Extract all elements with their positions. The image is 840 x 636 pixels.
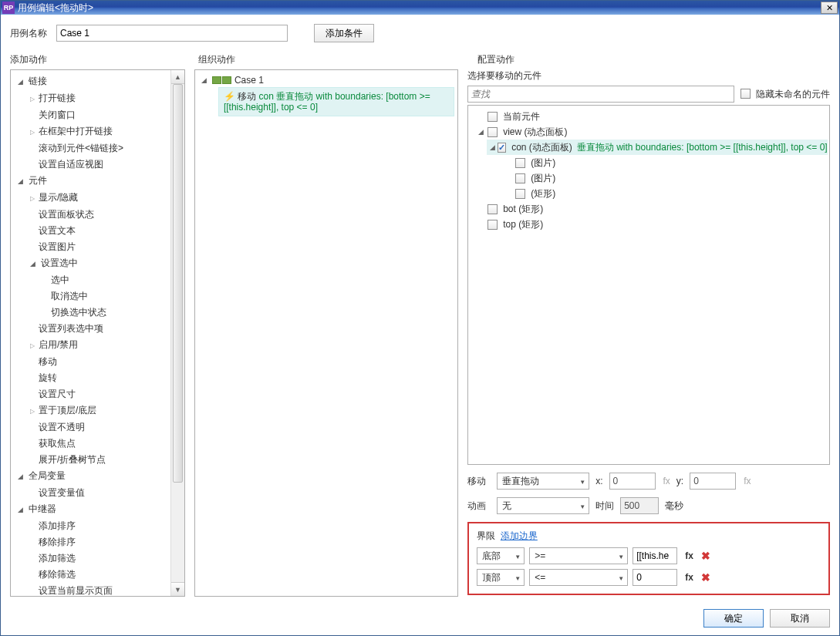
case-label: Case 1 [234,75,264,86]
ok-button[interactable]: 确定 [703,609,764,628]
tree-group-links[interactable]: ◢ 链接 ▷打开链接 关闭窗口 ▷在框架中打开链接 滚动到元件<锚链接> 设置自… [15,73,169,173]
tree-item[interactable]: 移动 [28,354,169,370]
bound-value-input[interactable] [633,547,677,564]
tree-item[interactable]: ▷置于顶层/底层 [28,402,169,419]
search-input[interactable] [467,86,734,103]
chevron-down-icon: ▼ [618,551,624,564]
elem-top[interactable]: top (矩形) [473,217,828,232]
tree-group-widgets[interactable]: ◢ 元件 ▷显示/隐藏 设置面板状态 设置文本 设置图片 ◢ 设置选中 [15,173,169,468]
tree-item[interactable]: 移除排序 [28,534,169,550]
elem-con[interactable]: ◢ con (动态面板) 垂直拖动 with boundaries: [bott… [487,140,828,155]
checkbox-icon[interactable] [498,143,506,153]
tree-item[interactable]: 设置变量值 [28,485,169,501]
add-bounds-link[interactable]: 添加边界 [501,530,538,541]
tree-item[interactable]: 设置图片 [28,239,169,255]
elem-current[interactable]: 当前元件 [473,109,828,124]
tree-group-setselected[interactable]: ◢ 设置选中 选中 取消选中 切换选中状态 [28,255,169,321]
scroll-up-icon[interactable]: ▲ [171,70,184,84]
collapse-icon[interactable]: ◢ [15,469,25,485]
bounds-label: 界限 [477,530,495,541]
checkbox-icon[interactable] [740,89,751,99]
tree-item[interactable]: 关闭窗口 [28,107,169,123]
tree-item[interactable]: 展开/折叠树节点 [28,452,169,468]
chevron-down-icon: ▼ [514,551,521,564]
tree-item[interactable]: ▷在框架中打开链接 [28,123,169,140]
anim-type-select[interactable]: 无▼ [497,497,589,514]
bound-op-select[interactable]: >=▼ [529,547,628,564]
checkbox-icon[interactable] [487,112,498,122]
action-node[interactable]: ⚡ 移动 con 垂直拖动 with boundaries: [bottom >… [218,87,454,116]
bolt-icon: ⚡ [224,91,235,102]
tree-group-globals[interactable]: ◢ 全局变量 设置变量值 [15,468,169,501]
bound-row-1: 底部▼ >=▼ fx ✖ [477,547,821,564]
collapse-icon[interactable]: ◢ [15,502,25,518]
tree-item[interactable]: ▷显示/隐藏 [28,190,169,207]
bound-value-input[interactable] [633,569,677,586]
elem-bot[interactable]: bot (矩形) [473,201,828,217]
tree-item[interactable]: 添加筛选 [28,550,169,567]
tree-item[interactable]: 设置尺寸 [28,386,169,402]
tree-item[interactable]: ▷启用/禁用 [28,337,169,354]
bound-op-select[interactable]: <=▼ [529,569,628,586]
columns: ◢ 链接 ▷打开链接 关闭窗口 ▷在框架中打开链接 滚动到元件<锚链接> 设置自… [10,69,830,597]
collapse-icon[interactable]: ◢ [490,140,495,155]
checkbox-icon[interactable] [487,220,498,230]
elem-img2[interactable]: (图片) [501,170,828,186]
tree-item[interactable]: 设置列表选中项 [28,321,169,337]
checkbox-icon[interactable] [487,127,498,137]
tree-item[interactable]: 取消选中 [40,288,169,305]
hide-unnamed-option[interactable]: 隐藏未命名的元件 [740,88,830,101]
move-type-select[interactable]: 垂直拖动▼ [497,473,589,490]
delete-bound-button[interactable]: ✖ [701,550,710,562]
tree-item[interactable]: 设置文本 [28,223,169,239]
collapse-icon[interactable]: ◢ [28,256,37,272]
tree-group-repeater[interactable]: ◢ 中继器 添加排序 移除排序 添加筛选 移除筛选 设置当前显示页面 设置每页项… [15,501,169,596]
collapse-icon[interactable]: ◢ [15,74,25,90]
bound-row-2: 顶部▼ <=▼ fx ✖ [477,569,821,586]
elem-img1[interactable]: (图片) [501,155,828,170]
y-input[interactable] [690,473,736,490]
checkbox-icon[interactable] [487,204,498,214]
y-label: y: [676,476,683,486]
delete-bound-button[interactable]: ✖ [701,571,710,584]
tree-item[interactable]: 获取焦点 [28,436,169,452]
bound-side-select[interactable]: 顶部▼ [477,569,525,586]
tree-item[interactable]: 滚动到元件<锚链接> [28,140,169,156]
scroll-thumb[interactable] [173,84,183,483]
tree-item[interactable]: ▷打开链接 [28,90,169,107]
col-header-configure: 配置动作 [477,53,830,66]
add-condition-button[interactable]: 添加条件 [314,24,374,42]
elem-rect1[interactable]: (矩形) [501,186,828,201]
cancel-button[interactable]: 取消 [770,609,830,628]
close-button[interactable]: ✕ [821,2,838,14]
time-input[interactable] [620,497,659,514]
x-input[interactable] [609,473,656,490]
collapse-icon[interactable]: ◢ [15,173,25,190]
collapse-icon[interactable]: ◢ [200,76,209,84]
checkbox-icon[interactable] [515,189,525,199]
action-prefix: 移动 [238,91,256,102]
tree-item[interactable]: 添加排序 [28,518,169,534]
chevron-down-icon: ▼ [514,573,521,585]
tree-item[interactable]: 选中 [40,272,169,288]
tree-item[interactable]: 设置面板状态 [28,207,169,223]
tree-item[interactable]: 切换选中状态 [40,305,169,321]
move-row: 移动 垂直拖动▼ x: fx y: fx [467,473,830,490]
fx-button[interactable]: fx [682,571,697,584]
collapse-icon[interactable]: ◢ [476,124,485,140]
time-unit: 毫秒 [665,500,683,513]
tree-item[interactable]: 设置自适应视图 [28,156,169,173]
tree-item[interactable]: 移除筛选 [28,567,169,583]
case-node[interactable]: ◢ Case 1 [198,73,454,87]
tree-item[interactable]: 旋转 [28,370,169,386]
tree-item[interactable]: 设置不透明 [28,419,169,436]
bound-side-select[interactable]: 底部▼ [477,547,525,564]
tree-item[interactable]: 设置当前显示页面 [28,583,169,596]
case-name-input[interactable] [56,25,288,42]
scroll-down-icon[interactable]: ▼ [171,582,184,596]
fx-button[interactable]: fx [682,550,697,562]
scrollbar[interactable]: ▲ ▼ [170,70,184,596]
checkbox-icon[interactable] [515,158,525,168]
elem-view[interactable]: ◢ view (动态面板) [473,124,828,140]
checkbox-icon[interactable] [515,173,525,183]
